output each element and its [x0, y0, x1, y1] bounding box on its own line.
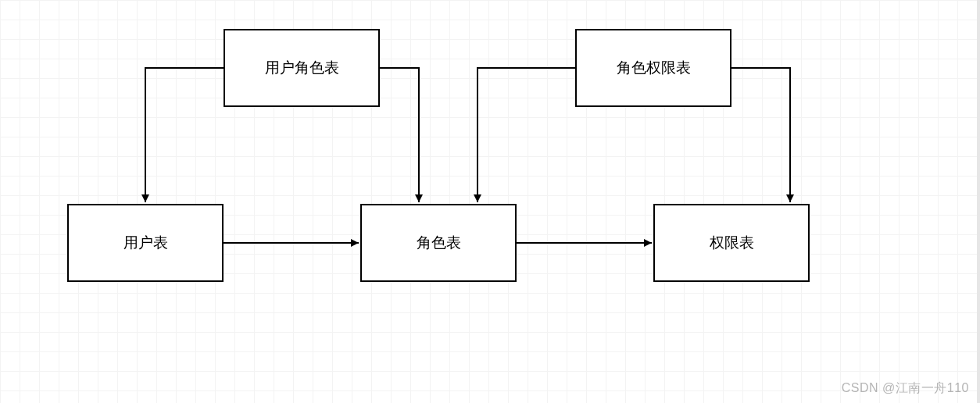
node-label: 用户表: [123, 233, 168, 253]
edge-role-perm-to-role: [477, 68, 575, 202]
node-label: 用户角色表: [265, 58, 339, 78]
node-label: 角色表: [417, 233, 461, 253]
edge-user-role-to-user: [145, 68, 224, 202]
edge-user-role-to-role: [380, 68, 419, 202]
diagram-arrows: [0, 0, 980, 403]
watermark-text: CSDN @江南一舟110: [842, 381, 969, 394]
node-user-table[interactable]: 用户表: [67, 204, 224, 282]
diagram-canvas: 用户角色表 角色权限表 用户表 角色表 权限表: [0, 0, 980, 403]
edge-role-perm-to-permission: [731, 68, 790, 202]
watermark: CSDN @江南一舟110: [842, 380, 969, 397]
node-label: 角色权限表: [617, 58, 691, 78]
node-permission-table[interactable]: 权限表: [653, 204, 810, 282]
node-label: 权限表: [710, 233, 754, 253]
node-role-permission-table[interactable]: 角色权限表: [575, 29, 731, 107]
node-user-role-table[interactable]: 用户角色表: [224, 29, 380, 107]
node-role-table[interactable]: 角色表: [360, 204, 517, 282]
